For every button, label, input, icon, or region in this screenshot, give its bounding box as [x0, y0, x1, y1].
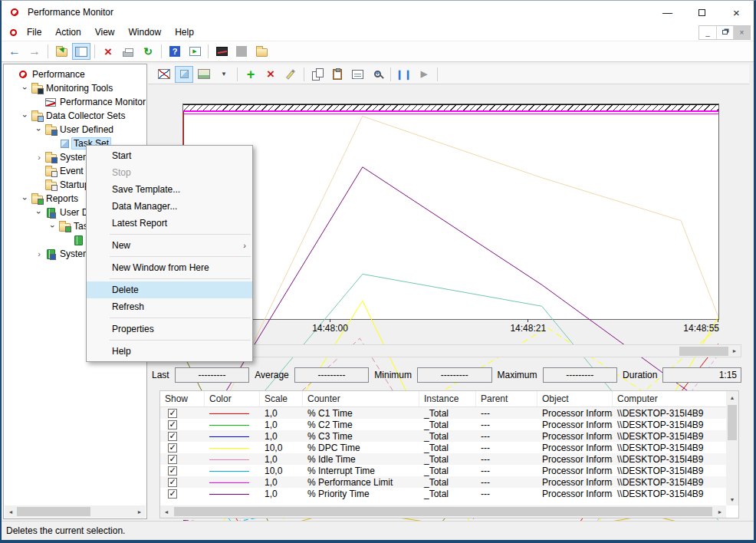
legend-row-priority-time[interactable]: ✓1,0% Priority Time_Total---Processor In… — [160, 488, 738, 499]
menu-item-new-window-from-here[interactable]: New Window from Here — [87, 259, 252, 276]
menu-window[interactable]: Window — [122, 25, 169, 40]
help-button[interactable]: ? — [166, 43, 184, 60]
show-checkbox[interactable]: ✓ — [168, 478, 177, 487]
legend-column-scale[interactable]: Scale — [260, 391, 303, 406]
menu-item-properties[interactable]: Properties — [87, 321, 252, 337]
tree-scrollbar-thumb[interactable] — [17, 507, 90, 516]
chevron-expanded-icon[interactable]: › — [21, 111, 30, 120]
chart-scrollbar-thumb[interactable] — [679, 347, 728, 356]
menu-item-delete[interactable]: Delete — [87, 281, 252, 298]
menu-action[interactable]: Action — [48, 25, 87, 40]
legend-column-counter[interactable]: Counter — [303, 391, 419, 406]
add-counter-button[interactable]: + — [242, 66, 260, 83]
legend-column-color[interactable]: Color — [205, 391, 260, 406]
menu-item-save-template[interactable]: Save Template... — [87, 181, 252, 198]
menu-item-new[interactable]: New› — [87, 237, 252, 254]
delete-button[interactable]: × — [99, 43, 117, 60]
legend-row-interrupt-time[interactable]: ✓10,0% Interrupt Time_Total---Processor … — [160, 465, 738, 476]
legend-scroll-left-icon[interactable]: ◄ — [160, 505, 173, 518]
view-type-button[interactable] — [195, 66, 213, 83]
legend-row-c1-time[interactable]: ✓1,0% C1 Time_Total---Processor Informat… — [160, 407, 738, 419]
new-window-button[interactable] — [186, 43, 204, 60]
menu-item-start[interactable]: Start — [87, 147, 252, 164]
legend-row-performance-limit[interactable]: ✓1,0% Performance Limit_Total---Processo… — [160, 476, 738, 488]
chevron-expanded-icon[interactable]: › — [35, 125, 44, 134]
legend-column-computer[interactable]: Computer — [613, 391, 735, 406]
export-button[interactable] — [52, 43, 71, 60]
zoom-button[interactable] — [368, 66, 386, 83]
chevron-expanded-icon[interactable]: › — [21, 84, 30, 93]
show-tree-button[interactable] — [72, 43, 90, 60]
show-checkbox[interactable]: ✓ — [168, 420, 177, 429]
legend-hscroll-thumb[interactable] — [174, 507, 712, 516]
show-checkbox[interactable]: ✓ — [168, 409, 177, 418]
copy-properties-button[interactable] — [308, 66, 327, 83]
chevron-collapsed-icon[interactable]: › — [35, 153, 44, 162]
perf-screen-icon — [215, 44, 228, 58]
back-button[interactable]: ← — [5, 43, 24, 60]
show-checkbox[interactable]: ✓ — [168, 455, 177, 464]
menu-item-help[interactable]: Help — [87, 343, 252, 360]
tree-item-performance-monitor[interactable]: Performance Monitor — [4, 95, 146, 109]
legend-column-object[interactable]: Object — [537, 391, 613, 406]
menu-item-latest-report[interactable]: Latest Report — [87, 215, 252, 232]
paste-button[interactable] — [328, 66, 347, 83]
legend-scroll-down-icon[interactable]: ▼ — [726, 493, 738, 505]
perf-screen-button[interactable] — [212, 43, 231, 60]
close-button[interactable]: × — [719, 1, 754, 24]
menu-view[interactable]: View — [88, 25, 122, 40]
tree-horizontal-scrollbar[interactable]: ◄ ► — [5, 505, 146, 518]
legend-column-instance[interactable]: Instance — [419, 391, 476, 406]
menu-item-refresh[interactable]: Refresh — [87, 298, 252, 315]
scroll-left-icon[interactable]: ◄ — [5, 505, 17, 518]
chevron-expanded-icon[interactable]: › — [21, 194, 30, 203]
mdi-minimize-button[interactable]: _ — [699, 26, 716, 39]
view-log-button[interactable] — [175, 66, 193, 83]
show-checkbox[interactable]: ✓ — [168, 432, 177, 441]
mdi-close-button[interactable]: × — [733, 26, 750, 39]
chevron-expanded-icon[interactable]: › — [48, 222, 58, 231]
minimize-button[interactable]: — — [650, 1, 685, 24]
tree-item-monitoring-tools[interactable]: ›Monitoring Tools — [4, 81, 146, 95]
show-checkbox[interactable]: ✓ — [168, 443, 177, 452]
forward-button[interactable]: → — [25, 43, 44, 60]
highlight-button[interactable] — [281, 66, 300, 83]
delete-counter-button[interactable]: × — [261, 66, 280, 83]
mdi-restore-button[interactable] — [716, 26, 733, 39]
scroll-right-icon[interactable]: ► — [133, 505, 146, 518]
freeze-button[interactable]: ❙❙ — [395, 66, 413, 83]
folder-button[interactable] — [252, 43, 271, 60]
refresh-button[interactable]: ↻ — [139, 43, 157, 60]
properties-button[interactable] — [348, 66, 366, 83]
tree-item-data-collector-sets[interactable]: ›Data Collector Sets — [4, 109, 146, 123]
show-checkbox[interactable]: ✓ — [168, 466, 177, 476]
tree-item-performance[interactable]: Performance — [4, 67, 146, 81]
update-button[interactable]: ▶ — [415, 66, 433, 83]
legend-row-dpc-time[interactable]: ✓10,0% DPC Time_Total---Processor Inform… — [160, 442, 738, 453]
menu-file[interactable]: File — [20, 25, 48, 40]
legend-row-idle-time[interactable]: ✓1,0% Idle Time_Total---Processor Inform… — [160, 453, 738, 465]
legend-horizontal-scrollbar[interactable]: ◄ ► — [160, 505, 726, 518]
view-current-button[interactable] — [155, 66, 173, 83]
legend-scroll-right-icon[interactable]: ► — [714, 505, 726, 518]
menu-item-data-manager[interactable]: Data Manager... — [87, 198, 252, 215]
legend-scroll-up-icon[interactable]: ▲ — [726, 391, 738, 403]
menu-item-stop[interactable]: Stop — [87, 164, 252, 181]
chevron-collapsed-icon[interactable]: › — [35, 249, 44, 258]
show-checkbox[interactable]: ✓ — [168, 489, 177, 499]
status-bar: Deletes the current selection. — [2, 521, 754, 540]
legend-vertical-scrollbar[interactable]: ▲ ▼ — [726, 391, 738, 505]
tree-item-user-defined[interactable]: ›User Defined — [4, 123, 146, 137]
legend-row-c2-time[interactable]: ✓1,0% C2 Time_Total---Processor Informat… — [160, 419, 738, 430]
legend-column-parent[interactable]: Parent — [476, 391, 537, 406]
caret-button[interactable]: ▼ — [215, 66, 233, 83]
legend-vscroll-thumb[interactable] — [728, 405, 737, 440]
print-button[interactable] — [119, 43, 137, 60]
blank-button[interactable] — [232, 43, 251, 60]
maximize-button[interactable] — [685, 1, 719, 24]
menu-help[interactable]: Help — [168, 25, 201, 40]
legend-column-show[interactable]: Show — [160, 391, 205, 406]
chevron-expanded-icon[interactable]: › — [35, 208, 44, 217]
legend-row-c3-time[interactable]: ✓1,0% C3 Time_Total---Processor Informat… — [160, 430, 738, 442]
chart-scroll-right-icon[interactable]: ► — [728, 345, 741, 357]
